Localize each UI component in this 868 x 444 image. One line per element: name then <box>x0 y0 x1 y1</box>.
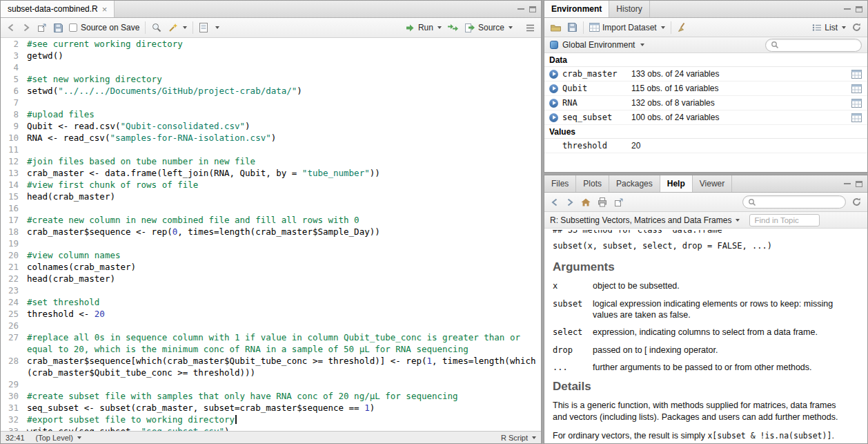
expand-object-icon[interactable] <box>549 84 558 93</box>
code-line[interactable]: 21colnames(crab_master) <box>1 261 541 273</box>
code-line[interactable]: 5#set new working directory <box>1 73 541 85</box>
code-line[interactable]: 22head(crab_master) <box>1 273 541 284</box>
print-button[interactable] <box>597 197 608 207</box>
code-line[interactable]: 28crab_master$sequence[which(crab_master… <box>1 355 541 378</box>
expand-object-icon[interactable] <box>549 70 558 79</box>
environment-object-row[interactable]: Qubit115 obs. of 16 variables <box>544 81 867 96</box>
code-line[interactable]: 10RNA <- read_csv("samples-for-RNA-isola… <box>1 132 541 144</box>
code-line[interactable]: 7 <box>1 97 541 108</box>
tab-environment[interactable]: Environment <box>544 1 609 17</box>
code-line[interactable]: 2#see current working directory <box>1 38 541 50</box>
view-data-button[interactable] <box>851 70 862 79</box>
find-in-topic-input[interactable] <box>749 214 820 226</box>
code-line[interactable]: 6setwd("../../../Documents/GitHub/projec… <box>1 85 541 97</box>
tab-viewer[interactable]: Viewer <box>693 175 732 192</box>
view-data-button[interactable] <box>851 99 862 108</box>
popout-button[interactable] <box>37 22 48 33</box>
code-line[interactable]: 30#create subset file with samples that … <box>1 390 541 402</box>
chevron-down-icon[interactable] <box>736 219 740 222</box>
scope-selector[interactable]: (Top Level) <box>36 434 81 442</box>
back-arrow-icon <box>6 23 16 32</box>
code-line[interactable]: 9Qubit <- read.csv("Qubit-consolidated.c… <box>1 120 541 132</box>
code-line[interactable]: 12#join files based on tube number in ne… <box>1 155 541 167</box>
code-line[interactable]: 26 <box>1 320 541 331</box>
code-line[interactable]: 24#set threshold <box>1 296 541 308</box>
environment-object-row[interactable]: threshold20 <box>544 139 867 153</box>
clear-workspace-button[interactable] <box>677 22 688 32</box>
help-refresh-button[interactable] <box>851 197 862 207</box>
code-line[interactable]: 16 <box>1 202 541 214</box>
help-forward-button[interactable] <box>565 197 575 207</box>
file-type-selector[interactable]: R Script <box>501 434 536 442</box>
help-search-box[interactable] <box>742 195 846 209</box>
load-workspace-button[interactable] <box>550 23 562 32</box>
environment-search-box[interactable] <box>765 39 862 52</box>
minimize-icon[interactable] <box>517 8 524 10</box>
code-line[interactable]: 3getwd() <box>1 50 541 61</box>
chevron-down-icon[interactable] <box>215 26 219 29</box>
save-button[interactable] <box>53 23 63 33</box>
code-line[interactable]: 33write.csv(seq_subset, "seq_subset.csv"… <box>1 425 541 431</box>
code-line[interactable]: 23 <box>1 284 541 296</box>
code-line[interactable]: 15head(crab_master) <box>1 191 541 202</box>
compile-report-button[interactable] <box>199 22 208 33</box>
tab-plots[interactable]: Plots <box>576 175 609 192</box>
list-view-button[interactable]: List <box>812 23 846 32</box>
document-outline-button[interactable] <box>525 23 535 32</box>
environment-object-row[interactable]: seq_subset100 obs. of 24 variables <box>544 110 867 125</box>
help-popout-button[interactable] <box>613 197 624 208</box>
close-icon[interactable]: × <box>102 5 108 14</box>
back-button[interactable] <box>6 23 16 32</box>
tab-packages[interactable]: Packages <box>609 175 660 192</box>
source-on-save-toggle[interactable]: Source on Save <box>69 23 139 32</box>
help-home-button[interactable] <box>580 197 591 207</box>
code-line[interactable]: 20#view column names <box>1 249 541 261</box>
environment-object-row[interactable]: RNA132 obs. of 8 variables <box>544 96 867 110</box>
code-line[interactable]: 19 <box>1 238 541 249</box>
minimize-icon[interactable] <box>844 8 851 10</box>
code-line[interactable]: 32#export subset file to working directo… <box>1 414 541 425</box>
view-data-button[interactable] <box>851 113 862 122</box>
environment-search-input[interactable] <box>782 41 856 49</box>
expand-object-icon[interactable] <box>549 113 558 122</box>
checkbox-icon[interactable] <box>69 23 77 32</box>
refresh-button[interactable] <box>851 22 862 32</box>
object-description: 20 <box>631 141 862 151</box>
run-button[interactable]: Run <box>405 23 442 32</box>
import-dataset-button[interactable]: Import Dataset <box>589 23 665 32</box>
code-line[interactable]: 14#view first chunk of rows of file <box>1 179 541 191</box>
rerun-button[interactable] <box>447 23 459 32</box>
code-line[interactable]: 29 <box>1 378 541 390</box>
view-data-button[interactable] <box>851 84 862 93</box>
code-tools-button[interactable] <box>168 22 187 33</box>
minimize-icon[interactable] <box>844 183 851 184</box>
maximize-icon[interactable] <box>529 6 536 12</box>
environment-object-row[interactable]: crab_master133 obs. of 24 variables <box>544 67 867 81</box>
tab-subset-data-combined-r[interactable]: subset-data-combined.R × <box>1 1 115 17</box>
code-line[interactable]: 27#replace all 0s in sequence column wit… <box>1 331 541 355</box>
source-button[interactable]: Source <box>464 23 513 33</box>
code-line[interactable]: 8#upload files <box>1 108 541 120</box>
maximize-icon[interactable] <box>856 181 862 187</box>
chevron-down-icon[interactable] <box>640 44 644 46</box>
code-line[interactable]: 11 <box>1 144 541 155</box>
code-line[interactable]: 17#create new column in new combined fil… <box>1 214 541 226</box>
forward-button[interactable] <box>21 23 31 32</box>
global-environment-label[interactable]: Global Environment <box>562 40 635 50</box>
help-search-input[interactable] <box>759 198 840 206</box>
tab-files[interactable]: Files <box>544 175 576 192</box>
help-topic-title[interactable]: R: Subsetting Vectors, Matrices and Data… <box>550 215 731 225</box>
tab-history[interactable]: History <box>609 1 649 17</box>
help-back-button[interactable] <box>550 197 560 207</box>
expand-object-icon[interactable] <box>549 99 558 108</box>
code-line[interactable]: 13crab_master <- data.frame(left_join(RN… <box>1 167 541 179</box>
save-workspace-button[interactable] <box>567 22 578 32</box>
code-line[interactable]: 31seq_subset <- subset(crab_master, subs… <box>1 402 541 414</box>
code-line[interactable]: 4 <box>1 61 541 73</box>
maximize-icon[interactable] <box>856 6 862 12</box>
code-line[interactable]: 18crab_master$sequence <- rep(0, times=l… <box>1 226 541 238</box>
tab-help[interactable]: Help <box>660 175 693 192</box>
code-line[interactable]: 25threshold <- 20 <box>1 308 541 320</box>
code-editor[interactable]: 2#see current working directory3getwd()4… <box>1 38 541 431</box>
find-replace-button[interactable] <box>151 22 162 33</box>
